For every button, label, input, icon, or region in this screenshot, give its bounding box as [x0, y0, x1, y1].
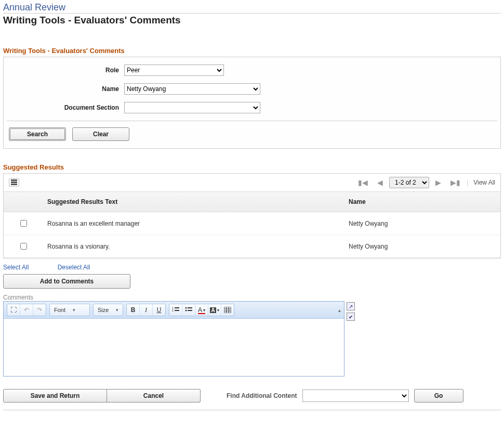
rich-text-editor: ⛶ ↶ ↷ Font▾ Size▾ B I U 12 [3, 301, 344, 377]
svg-rect-2 [11, 184, 17, 185]
row-name: Netty Owyang [344, 235, 483, 258]
document-section-label: Document Section [9, 104, 124, 111]
search-button[interactable]: Search [9, 127, 66, 141]
name-select[interactable]: Netty Owyang [124, 83, 260, 95]
ordered-list-icon[interactable]: 12 [169, 304, 182, 316]
table-icon[interactable] [221, 304, 234, 316]
go-button[interactable]: Go [414, 389, 463, 403]
table-row: Rosanna is a vsionary. Netty Owyang [4, 235, 500, 258]
unordered-list-icon[interactable] [182, 304, 195, 316]
find-additional-content-label: Find Additional Content [227, 392, 297, 399]
name-label: Name [9, 85, 124, 93]
col-select-header [4, 192, 43, 212]
col-name-header: Name [344, 192, 483, 212]
svg-point-7 [185, 307, 187, 309]
maximize-icon[interactable]: ⛶ [7, 304, 20, 316]
svg-rect-4 [175, 307, 179, 308]
svg-rect-8 [188, 307, 192, 308]
row-checkbox[interactable] [20, 243, 27, 250]
undo-icon[interactable]: ↶ [20, 304, 33, 316]
text-color-icon[interactable]: A▾ [195, 304, 208, 316]
first-page-icon: ▮◀ [355, 178, 371, 187]
grid-settings-icon[interactable] [9, 178, 19, 187]
page-title: Writing Tools - Evaluators' Comments [3, 15, 501, 26]
editor-textarea[interactable] [4, 319, 344, 376]
svg-rect-10 [188, 310, 192, 311]
page-picker[interactable]: 1-2 of 2 [389, 177, 429, 188]
filter-box: Role Peer Name Netty Owyang Document Sec… [3, 57, 501, 149]
deselect-all-link[interactable]: Deselect All [58, 264, 90, 271]
row-text: Rosanna is an excellent manager [43, 212, 344, 235]
comments-label: Comments [3, 294, 501, 301]
background-color-icon[interactable]: A▾ [208, 304, 221, 316]
font-dropdown[interactable]: Font▾ [49, 304, 90, 316]
svg-rect-6 [175, 310, 179, 311]
editor-toolbar: ⛶ ↶ ↷ Font▾ Size▾ B I U 12 [4, 302, 344, 319]
role-select[interactable]: Peer [124, 64, 224, 76]
cancel-button[interactable]: Cancel [107, 389, 201, 403]
bold-icon[interactable]: B [127, 304, 140, 316]
underline-icon[interactable]: U [153, 304, 165, 316]
view-all-link[interactable]: View All [471, 179, 495, 186]
breadcrumb[interactable]: Annual Review [3, 2, 501, 14]
table-row: Rosanna is an excellent manager Netty Ow… [4, 212, 500, 235]
collapse-toolbar-icon[interactable]: ▴ [338, 307, 341, 313]
prev-page-icon: ◀ [374, 178, 386, 187]
size-dropdown[interactable]: Size▾ [93, 304, 123, 316]
col-text-header: Suggested Results Text [43, 192, 344, 212]
role-label: Role [9, 67, 124, 74]
row-text: Rosanna is a vsionary. [43, 235, 344, 258]
row-checkbox[interactable] [20, 220, 27, 227]
size-dropdown-label: Size [98, 307, 109, 313]
redo-icon[interactable]: ↷ [33, 304, 46, 316]
last-page-icon: ▶▮ [447, 178, 463, 187]
save-and-return-button[interactable]: Save and Return [3, 389, 107, 403]
results-section-header: Suggested Results [3, 163, 501, 171]
expand-popup-icon[interactable]: ↗ [347, 302, 355, 310]
spellcheck-icon[interactable]: ✔ [347, 313, 355, 321]
svg-point-9 [185, 310, 187, 312]
document-section-select[interactable] [124, 102, 260, 113]
row-name: Netty Owyang [344, 212, 483, 235]
filter-section-header: Writing Tools - Evaluators' Comments [3, 47, 501, 55]
font-dropdown-label: Font [54, 307, 65, 313]
col-spacer-header [483, 192, 500, 212]
find-additional-content-select[interactable] [302, 390, 409, 402]
svg-text:2: 2 [172, 309, 174, 312]
select-all-link[interactable]: Select All [3, 264, 29, 271]
add-to-comments-button[interactable]: Add to Comments [3, 274, 130, 289]
svg-rect-0 [11, 179, 17, 181]
next-page-icon: ▶ [432, 178, 444, 187]
results-grid: ▮◀ ◀ 1-2 of 2 ▶ ▶▮ | View All Suggested … [3, 173, 501, 258]
svg-rect-11 [224, 307, 231, 313]
clear-button[interactable]: Clear [72, 127, 129, 141]
svg-rect-1 [11, 181, 17, 183]
italic-icon[interactable]: I [140, 304, 153, 316]
